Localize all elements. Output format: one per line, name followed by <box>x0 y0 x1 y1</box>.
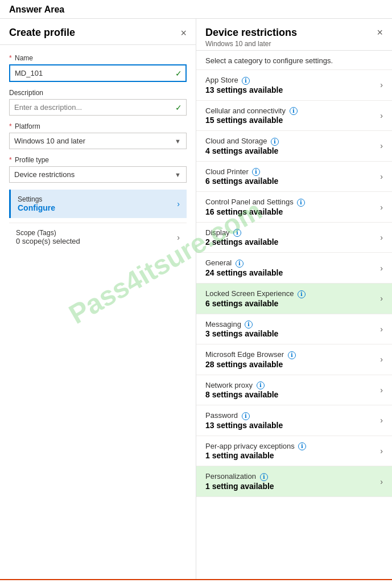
category-item-left: Cloud and Storage ℹ 4 settings available <box>205 137 279 155</box>
right-panel: Device restrictions Windows 10 and later… <box>196 19 392 579</box>
category-item[interactable]: Locked Screen Experience ℹ 6 settings av… <box>196 284 392 314</box>
category-item[interactable]: Cloud Printer ℹ 6 settings available › <box>196 162 392 192</box>
category-count: 4 settings available <box>205 146 279 155</box>
name-required-star: * <box>9 54 12 62</box>
category-count: 28 settings available <box>205 360 296 369</box>
category-item[interactable]: General ℹ 24 settings available › <box>196 253 392 284</box>
category-info-icon[interactable]: ℹ <box>260 473 268 481</box>
category-item[interactable]: Password ℹ 13 settings available › <box>196 405 392 436</box>
category-chevron-icon: › <box>380 111 383 120</box>
category-chevron-icon: › <box>380 80 383 89</box>
category-item-left: Control Panel and Settings ℹ 16 settings… <box>205 198 305 216</box>
category-name: Per-app privacy exceptions ℹ <box>205 442 306 451</box>
category-item-left: Cellular and connectivity ℹ 15 settings … <box>205 106 298 125</box>
category-item[interactable]: Personalization ℹ 1 setting available › <box>196 466 392 497</box>
category-name: Microsoft Edge Browser ℹ <box>205 350 296 359</box>
category-chevron-icon: › <box>380 141 383 150</box>
profile-type-select[interactable]: Device restrictions <box>9 166 187 183</box>
category-count: 16 settings available <box>205 207 305 216</box>
name-input[interactable] <box>9 64 187 82</box>
name-checkmark-icon: ✓ <box>175 69 182 78</box>
left-panel: Create profile × * Name ✓ Description <box>0 19 196 579</box>
category-chevron-icon: › <box>380 325 383 334</box>
category-item[interactable]: Per-app privacy exceptions ℹ 1 setting a… <box>196 436 392 467</box>
left-panel-close-button[interactable]: × <box>180 28 187 38</box>
category-name: Cloud Printer ℹ <box>205 167 278 176</box>
profile-type-dropdown-row: Device restrictions ▼ <box>9 166 187 183</box>
category-chevron-icon: › <box>380 385 383 395</box>
category-chevron-icon: › <box>380 477 383 486</box>
platform-dropdown-row: Windows 10 and later ▼ <box>9 133 187 149</box>
category-count: 15 settings available <box>205 116 298 125</box>
scope-item-text: Scope (Tags) 0 scope(s) selected <box>16 229 80 245</box>
category-info-icon[interactable]: ℹ <box>297 199 305 207</box>
category-name: Locked Screen Experience ℹ <box>205 289 306 298</box>
category-info-icon[interactable]: ℹ <box>298 442 306 450</box>
category-info-icon[interactable]: ℹ <box>242 412 250 420</box>
category-chevron-icon: › <box>380 233 383 242</box>
category-item[interactable]: Cloud and Storage ℹ 4 settings available… <box>196 131 392 162</box>
category-item[interactable]: Control Panel and Settings ℹ 16 settings… <box>196 192 392 223</box>
category-name: Cellular and connectivity ℹ <box>205 106 298 116</box>
category-count: 6 settings available <box>205 176 278 186</box>
category-info-icon[interactable]: ℹ <box>245 321 253 329</box>
category-list: App Store ℹ 13 settings available › Cell… <box>196 70 392 497</box>
category-item[interactable]: Cellular and connectivity ℹ 15 settings … <box>196 101 392 132</box>
category-info-icon[interactable]: ℹ <box>298 290 306 298</box>
category-item-left: Cloud Printer ℹ 6 settings available <box>205 167 278 186</box>
category-chevron-icon: › <box>380 446 383 455</box>
create-profile-title: Create profile <box>9 27 75 39</box>
scope-tags-item[interactable]: Scope (Tags) 0 scope(s) selected › <box>9 223 187 251</box>
category-item-left: Network proxy ℹ 8 settings available <box>205 381 278 400</box>
description-checkmark-icon: ✓ <box>175 103 182 112</box>
category-item[interactable]: Messaging ℹ 3 settings available › <box>196 314 392 345</box>
left-panel-body: * Name ✓ Description ✓ * P <box>0 45 196 260</box>
category-name: General ℹ <box>205 258 283 268</box>
category-info-icon[interactable]: ℹ <box>290 107 298 115</box>
right-panel-title-block: Device restrictions Windows 10 and later <box>205 27 297 48</box>
category-item-left: App Store ℹ 13 settings available <box>205 76 283 95</box>
category-item[interactable]: Display ℹ 2 settings available › <box>196 223 392 253</box>
right-panel-header: Device restrictions Windows 10 and later… <box>196 19 392 51</box>
category-item[interactable]: Microsoft Edge Browser ℹ 28 settings ava… <box>196 344 392 375</box>
category-count: 8 settings available <box>205 390 278 399</box>
main-panels: Create profile × * Name ✓ Description <box>0 19 392 579</box>
category-item-left: Per-app privacy exceptions ℹ 1 setting a… <box>205 442 306 461</box>
answer-area-label: Answer Area <box>9 5 383 15</box>
category-info-icon[interactable]: ℹ <box>233 229 241 237</box>
category-chevron-icon: › <box>380 264 383 273</box>
platform-select[interactable]: Windows 10 and later <box>9 133 187 149</box>
description-input[interactable] <box>9 99 187 116</box>
category-count: 6 settings available <box>205 299 306 308</box>
footer-bar: Clearer pictures and no water-mark in th… <box>0 579 392 583</box>
category-item-left: General ℹ 24 settings available <box>205 258 283 277</box>
category-info-icon[interactable]: ℹ <box>242 77 250 85</box>
profile-type-label: * Profile type <box>9 156 187 164</box>
category-name: Cloud and Storage ℹ <box>205 137 279 146</box>
settings-configure-item[interactable]: Settings Configure › <box>9 190 187 218</box>
category-info-icon[interactable]: ℹ <box>257 381 265 389</box>
category-name: Personalization ℹ <box>205 472 274 481</box>
right-panel-close-button[interactable]: × <box>377 27 383 39</box>
category-info-icon[interactable]: ℹ <box>252 168 260 176</box>
category-item-left: Display ℹ 2 settings available <box>205 228 278 247</box>
description-input-row: ✓ <box>9 99 187 116</box>
category-item[interactable]: Network proxy ℹ 8 settings available › <box>196 375 392 406</box>
category-info-icon[interactable]: ℹ <box>288 351 296 359</box>
settings-item-text: Settings Configure <box>18 195 55 212</box>
platform-label: * Platform <box>9 122 187 130</box>
category-count: 2 settings available <box>205 237 278 247</box>
category-info-icon[interactable]: ℹ <box>236 260 244 268</box>
configure-label: Configure <box>18 203 55 212</box>
description-label: Description <box>9 89 187 97</box>
device-restrictions-title: Device restrictions <box>205 27 297 39</box>
scope-label: Scope (Tags) <box>16 229 80 237</box>
category-name: App Store ℹ <box>205 76 283 85</box>
category-name: Password ℹ <box>205 411 283 420</box>
settings-label: Settings <box>18 195 55 203</box>
category-info-icon[interactable]: ℹ <box>271 138 279 146</box>
answer-area-header: Answer Area <box>0 0 392 19</box>
category-name: Messaging ℹ <box>205 320 278 329</box>
name-input-row: ✓ <box>9 64 187 82</box>
category-item[interactable]: App Store ℹ 13 settings available › <box>196 70 392 101</box>
